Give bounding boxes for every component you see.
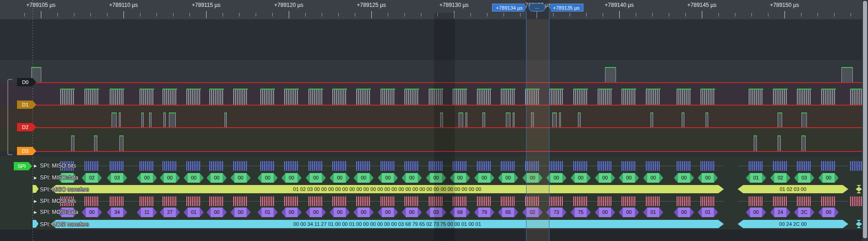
- data-byte-hexagon[interactable]: 27: [160, 207, 180, 217]
- spi-row-label[interactable]: SPI: MOSI transfers: [40, 221, 89, 228]
- marker-line-m1[interactable]: [526, 11, 526, 241]
- channel-tag-d0[interactable]: D0: [17, 78, 36, 86]
- data-byte-hexagon[interactable]: 00: [378, 207, 398, 217]
- ruler-tick: [24, 13, 25, 17]
- data-byte-hexagon[interactable]: 00: [402, 173, 422, 183]
- ruler-tick: [487, 13, 487, 17]
- data-byte-hexagon[interactable]: 02: [82, 173, 102, 183]
- data-byte-hexagon[interactable]: 01: [184, 207, 204, 217]
- data-byte-hexagon[interactable]: 75: [571, 207, 591, 217]
- data-byte-hexagon[interactable]: 00: [595, 173, 615, 183]
- clock-burst: [598, 89, 612, 105]
- data-byte-hexagon[interactable]: 2C: [794, 207, 814, 217]
- bits-burst: [677, 196, 691, 206]
- data-byte-hexagon[interactable]: 00: [82, 207, 102, 217]
- data-byte-hexagon[interactable]: 00: [498, 173, 518, 183]
- data-byte-hexagon[interactable]: 02: [770, 173, 790, 183]
- channel-tag-d3[interactable]: D3: [17, 147, 36, 155]
- marker-tag-m1[interactable]: +789134 µs: [492, 4, 526, 11]
- data-byte-hexagon[interactable]: 11: [137, 207, 157, 217]
- data-byte-hexagon[interactable]: 00: [330, 207, 350, 217]
- data-byte-hexagon[interactable]: 65: [498, 207, 518, 217]
- data-byte-hexagon[interactable]: 00: [674, 207, 694, 217]
- data-byte-hexagon[interactable]: 00: [619, 207, 639, 217]
- data-byte-hexagon[interactable]: 00: [258, 173, 278, 183]
- channel-group-bracket[interactable]: [7, 79, 12, 155]
- signal-pulse: [169, 112, 176, 127]
- row-expander-icon[interactable]: ▶: [34, 176, 37, 180]
- data-byte-hexagon[interactable]: 24: [770, 207, 790, 217]
- clock-burst: [60, 89, 75, 105]
- transfer-bar[interactable]: 01 02 03 00 00 00 00 00 00 00 00 00 00 0…: [50, 185, 724, 193]
- data-byte-hexagon[interactable]: 00: [281, 207, 302, 217]
- spi-row-label[interactable]: SPI: MOSI data: [40, 208, 78, 216]
- spi-row-label[interactable]: SPI: MISO bits: [40, 162, 76, 169]
- data-byte-hexagon[interactable]: 00: [137, 173, 157, 183]
- ruler-tick: [239, 13, 240, 17]
- bits-burst: [749, 196, 763, 206]
- bits-burst: [477, 161, 492, 171]
- data-byte-hexagon[interactable]: 00: [595, 207, 615, 217]
- data-byte-hexagon[interactable]: 01: [698, 207, 718, 217]
- data-byte-hexagon[interactable]: 00: [674, 173, 694, 183]
- data-byte-hexagon[interactable]: 00: [619, 173, 639, 183]
- data-byte-hexagon[interactable]: 00: [818, 207, 839, 217]
- signal-pulse: [112, 112, 117, 127]
- signal-pulse: [706, 112, 708, 127]
- data-byte-hexagon[interactable]: 00: [402, 207, 422, 217]
- ruler-time-label: +789120 µs: [274, 2, 303, 8]
- channel-tag-d2[interactable]: D2: [17, 123, 36, 131]
- bits-burst: [646, 161, 661, 171]
- data-byte-hexagon[interactable]: 00: [207, 173, 227, 183]
- marker-line-m2[interactable]: [549, 11, 549, 241]
- row-expander-icon[interactable]: ▶: [34, 199, 37, 204]
- spi-row-label[interactable]: SPI: MISO data: [40, 174, 78, 181]
- transfer-bar[interactable]: 00 24 2C 00: [738, 220, 848, 228]
- data-byte-hexagon[interactable]: 00: [160, 173, 180, 183]
- data-byte-hexagon[interactable]: 01: [258, 207, 278, 217]
- signal-pulse: [682, 112, 684, 127]
- data-byte-hexagon[interactable]: 00: [306, 173, 326, 183]
- data-byte-hexagon[interactable]: 00: [746, 207, 766, 217]
- data-byte-hexagon[interactable]: 00: [306, 207, 326, 217]
- data-byte-hexagon[interactable]: 00: [353, 173, 374, 183]
- spi-row-label[interactable]: SPI: MOSI bits: [40, 197, 76, 205]
- data-byte-hexagon[interactable]: 00: [230, 207, 251, 217]
- data-byte-hexagon[interactable]: 00: [207, 207, 227, 217]
- data-byte-hexagon[interactable]: 01: [746, 173, 766, 183]
- data-byte-hexagon[interactable]: 03: [794, 173, 814, 183]
- spi-row-label[interactable]: SPI: MISO transfers: [40, 186, 89, 193]
- ruler-tick: [652, 13, 653, 17]
- data-byte-hexagon[interactable]: 34: [107, 207, 127, 217]
- channel-tag-d1[interactable]: D1: [17, 101, 36, 109]
- ruler-tick: [586, 13, 587, 17]
- data-byte-hexagon[interactable]: 00: [818, 173, 839, 183]
- spi-analyzer-tag[interactable]: SPI: [14, 162, 32, 170]
- ruler-time-label: +789125 µs: [357, 2, 386, 8]
- ruler-tick: [289, 11, 289, 18]
- data-byte-hexagon[interactable]: 03: [107, 173, 127, 183]
- transfer-bar[interactable]: 00 00 34 11 27 01 00 00 01 00 00 00 00 0…: [50, 220, 724, 228]
- scrollbar-thumb[interactable]: [863, 1, 867, 238]
- bits-burst: [797, 196, 812, 206]
- data-byte-hexagon[interactable]: 00: [281, 173, 302, 183]
- data-byte-hexagon[interactable]: 00: [230, 173, 251, 183]
- data-byte-hexagon[interactable]: 00: [474, 173, 494, 183]
- data-byte-hexagon[interactable]: 00: [571, 173, 591, 183]
- data-byte-hexagon[interactable]: 00: [353, 207, 374, 217]
- ruler-tick: [768, 13, 768, 17]
- row-expander-icon[interactable]: ▶: [34, 210, 37, 215]
- data-byte-hexagon[interactable]: 00: [378, 173, 398, 183]
- data-byte-hexagon[interactable]: 01: [643, 207, 663, 217]
- row-expander-icon[interactable]: ▶: [34, 164, 37, 168]
- marker-tag-m2[interactable]: +789135 µs: [549, 4, 583, 11]
- marker-gap-pill[interactable]: ...: [529, 3, 545, 11]
- data-byte-hexagon[interactable]: 00: [184, 173, 204, 183]
- data-byte-hexagon[interactable]: 00: [698, 173, 718, 183]
- data-byte-hexagon[interactable]: 79: [474, 207, 494, 217]
- transfer-bar[interactable]: 01 02 03 00: [738, 185, 848, 193]
- bits-burst: [622, 196, 636, 206]
- data-byte-hexagon[interactable]: 00: [330, 173, 350, 183]
- data-byte-hexagon[interactable]: 00: [643, 173, 663, 183]
- bits-burst: [140, 161, 154, 171]
